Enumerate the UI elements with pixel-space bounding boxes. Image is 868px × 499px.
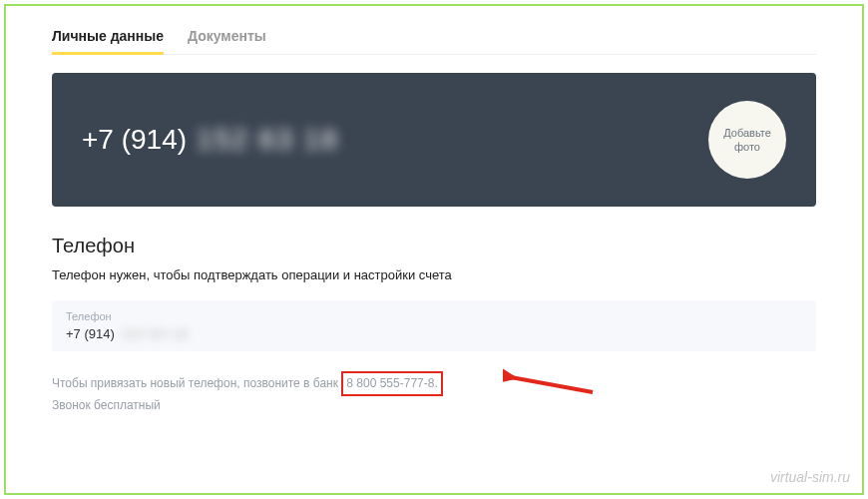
tabs: Личные данные Документы bbox=[52, 28, 816, 55]
banner-phone-hidden: 152 63 18 bbox=[197, 124, 339, 156]
phone-field-hidden: 152-63-18 bbox=[121, 326, 189, 341]
phone-field[interactable]: Телефон +7 (914) 152-63-18 bbox=[52, 300, 816, 351]
note-part1: Чтобы привязать новый телефон, позвоните… bbox=[52, 376, 338, 390]
add-photo-button[interactable]: Добавьте фото bbox=[708, 101, 786, 179]
section-desc-phone: Телефон нужен, чтобы подтверждать операц… bbox=[52, 267, 816, 282]
tab-documents[interactable]: Документы bbox=[188, 28, 266, 54]
avatar-line2: фото bbox=[723, 140, 771, 154]
profile-banner: +7 (914) 152 63 18 Добавьте фото bbox=[52, 73, 816, 207]
note-line2: Звонок бесплатный bbox=[52, 398, 161, 412]
phone-field-label: Телефон bbox=[66, 310, 802, 322]
arrow-annotation-icon bbox=[503, 367, 603, 401]
banner-phone: +7 (914) 152 63 18 bbox=[82, 124, 339, 156]
phone-field-prefix: +7 (914) bbox=[66, 326, 115, 341]
avatar-line1: Добавьте bbox=[723, 126, 771, 140]
tab-personal[interactable]: Личные данные bbox=[52, 28, 164, 54]
note-text: Чтобы привязать новый телефон, позвоните… bbox=[52, 371, 816, 415]
note-phone-highlight: 8 800 555-777-8. bbox=[341, 371, 442, 396]
phone-field-value: +7 (914) 152-63-18 bbox=[66, 326, 802, 341]
banner-phone-prefix: +7 (914) bbox=[82, 124, 187, 156]
svg-line-1 bbox=[511, 377, 593, 392]
watermark: virtual-sim.ru bbox=[770, 469, 850, 485]
section-title-phone: Телефон bbox=[52, 235, 816, 257]
